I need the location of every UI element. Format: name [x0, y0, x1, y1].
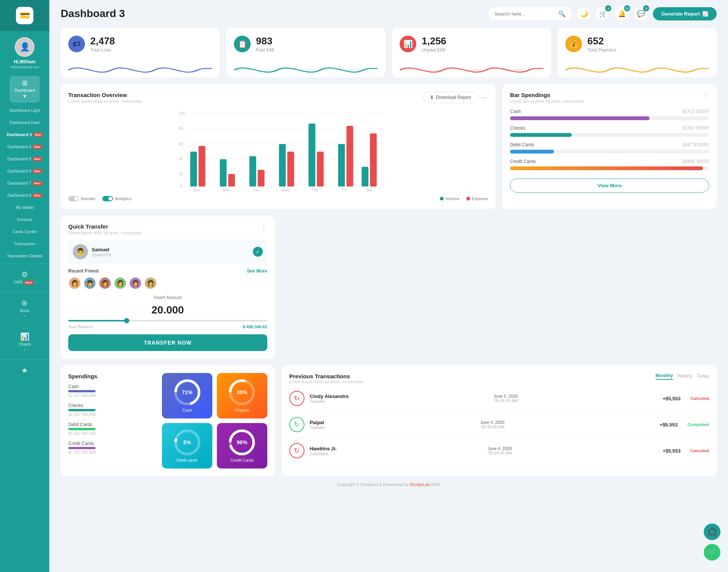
- donut-checks-percent: 30%: [237, 389, 247, 395]
- donut-checks-chart: 30%: [229, 379, 255, 406]
- more-options-icon[interactable]: ⋯: [481, 94, 488, 101]
- new-badge: New: [33, 157, 42, 161]
- sidebar-item-dashboard-6[interactable]: Dashboard 6 New: [0, 165, 49, 177]
- spending-bars-list: Cash $1415 $2000 Checks $1567 $5000: [510, 109, 709, 170]
- stat-icon-payment: 💰: [565, 36, 582, 52]
- cash-amount: $1415 $2000: [682, 109, 709, 116]
- credit-bar-track: [510, 166, 709, 170]
- trans-amount-2: +$5,553: [660, 422, 678, 428]
- dashboard-label: Dashboard: [14, 88, 35, 92]
- bar-chart: 100 80 60 40 20 0 Sun: [68, 108, 488, 193]
- sidebar-item-label: Invoices: [17, 217, 32, 222]
- sidebar-item-favorite[interactable]: ★: [21, 363, 28, 378]
- slider-thumb[interactable]: [124, 318, 129, 323]
- stat-card-unpaid-emi: 📊 1,256 Unpaid EMI: [392, 28, 551, 77]
- legend-income: Income: [440, 196, 459, 201]
- stat-label-loan: Total Loan: [90, 47, 115, 53]
- amount-display: 20.000: [68, 304, 267, 316]
- download-report-button[interactable]: ⬇ Download Report: [423, 92, 479, 103]
- float-cart-button[interactable]: 🛒: [704, 544, 720, 561]
- sidebar-item-dashboard-4[interactable]: Dashboard 4 New: [0, 141, 49, 153]
- tab-today[interactable]: Today: [697, 373, 709, 379]
- cart-button[interactable]: 🛒 2: [596, 7, 610, 20]
- donut-credit-label: Credit Cards: [230, 458, 254, 462]
- friend-avatar-6[interactable]: 👩: [144, 277, 157, 290]
- moon-toggle[interactable]: 🌙: [577, 7, 591, 20]
- recent-friend-header: Recent Friend See More: [68, 268, 267, 274]
- sidebar-item-my-wallet[interactable]: My Wallet: [0, 201, 49, 213]
- transfer-now-button[interactable]: TRANSFER NOW: [68, 334, 267, 351]
- tab-weekly[interactable]: Weekly: [678, 373, 692, 379]
- float-support-button[interactable]: 🎧: [704, 523, 720, 540]
- credit-amount: $3890 $4000: [682, 159, 709, 166]
- trans-time-1: 05:34:45 AM: [494, 398, 518, 403]
- footer-link[interactable]: DexignLab: [410, 482, 430, 487]
- bottom-row: Spendings Cash $1,567 /$5,000 Checks $1,…: [61, 365, 717, 476]
- svg-text:60: 60: [179, 142, 184, 146]
- svg-text:40: 40: [179, 157, 184, 161]
- bar-spendings-more-icon[interactable]: ⋮: [702, 92, 709, 99]
- friend-avatar-1[interactable]: 👩: [68, 277, 81, 290]
- dashboard-toggle[interactable]: ⊞ Dashboard ▾: [9, 76, 40, 103]
- prev-trans-title: Previous Transactions: [289, 373, 364, 379]
- sidebar-item-dashboard-dark[interactable]: Dashboard Dark: [0, 116, 49, 129]
- bar-spendings-sub: Lorem ipsum dolor sit amet, consectetur: [510, 99, 584, 103]
- donut-card-debit: 5% Debit cards: [162, 423, 212, 469]
- legend-expense: Expense: [466, 196, 488, 201]
- checks-bar-track: [510, 133, 709, 137]
- sidebar-item-invoices[interactable]: Invoices: [0, 213, 49, 226]
- checks-total: $5000: [697, 125, 709, 131]
- friend-avatar-4[interactable]: 👩: [114, 277, 127, 290]
- table-row: ↻ Paipal Transfer June 4, 2020 05:34:45 …: [289, 412, 709, 438]
- sidebar-item-transaction[interactable]: Transaction: [0, 238, 49, 250]
- amount-slider-track: [68, 320, 267, 321]
- bell-button[interactable]: 🔔 12: [615, 7, 629, 20]
- see-more-link[interactable]: See More: [247, 268, 267, 274]
- sidebar-item-label: Dashboard 5: [7, 157, 31, 161]
- donut-debit-chart: 5%: [174, 429, 201, 456]
- charts-label: Charts: [19, 342, 31, 346]
- sidebar-profile: 👤 Hi,William william@gmail.com: [0, 31, 49, 73]
- message-button[interactable]: 💬 5: [634, 7, 648, 20]
- sidebar-item-apps[interactable]: ⊛ Apps ›: [20, 295, 29, 321]
- spendings-checks-bar: [68, 409, 96, 411]
- trans-icon-1: ↻: [289, 391, 304, 406]
- spendings-checks-amount: $1,567 /$5,000: [68, 412, 156, 417]
- friend-avatar-5[interactable]: 👩: [129, 277, 142, 290]
- sidebar-item-dashboard-3[interactable]: Dashboard 3 New: [0, 129, 49, 141]
- stat-icon-paid: 📋: [234, 36, 251, 52]
- search-input[interactable]: [494, 11, 555, 17]
- donut-card-cash: 71% Cash: [162, 373, 212, 418]
- trans-name-2: Paipal: [310, 420, 325, 425]
- sidebar-item-dashboard-5[interactable]: Dashboard 5 New: [0, 153, 49, 165]
- quick-transfer-title: Quick Transfer: [68, 223, 143, 230]
- sidebar-item-dashboard-8[interactable]: Dashboard 8 New: [0, 189, 49, 201]
- tab-monthly[interactable]: Monthly: [656, 373, 673, 380]
- sidebar-cms-section: ⚙ CMS New ›: [0, 263, 49, 290]
- generate-report-button[interactable]: Generate Report 📈: [653, 7, 717, 20]
- gear-icon: ⚙: [21, 270, 28, 279]
- spendings-credit-amount: $1,567 /$5,000: [68, 450, 156, 454]
- view-more-button[interactable]: View More: [510, 179, 709, 193]
- sidebar-item-charts[interactable]: 📊 Charts ›: [19, 329, 31, 355]
- friend-avatar-3[interactable]: 👩: [99, 277, 111, 290]
- balance-label: Your Balance: [68, 324, 93, 329]
- spendings-debit-label: Debit Cards: [68, 422, 156, 427]
- spending-bar-credit: Credit Cards $3890 $4000: [510, 159, 709, 170]
- footer-text: Copyright © Designed & Developed by: [337, 482, 409, 487]
- sidebar-item-cards-center[interactable]: Cards Center: [0, 226, 49, 238]
- sidebar-item-transaction-details[interactable]: Transaction Details: [0, 250, 49, 262]
- sidebar-item-dashboard-7[interactable]: Dashboard 7 New: [0, 177, 49, 189]
- quick-transfer-more-icon[interactable]: ⋮: [260, 223, 267, 230]
- svg-text:Thu: Thu: [312, 188, 318, 191]
- table-row: ↻ Cindy Alexandro Transfer June 5, 2020 …: [289, 386, 709, 412]
- friend-avatar-2[interactable]: 👧: [83, 277, 96, 290]
- svg-rect-22: [228, 174, 235, 186]
- sidebar-item-cms[interactable]: ⚙ CMS New ›: [14, 267, 36, 287]
- svg-rect-31: [362, 167, 369, 186]
- donut-card-checks: 30% Checks: [217, 373, 267, 418]
- stat-label-paid: Paid EMI: [256, 47, 275, 53]
- legend-number: Number: [68, 196, 96, 201]
- trans-name-1: Cindy Alexandro: [310, 393, 349, 399]
- sidebar-item-dashboard-light[interactable]: Dashboard Light: [0, 104, 49, 116]
